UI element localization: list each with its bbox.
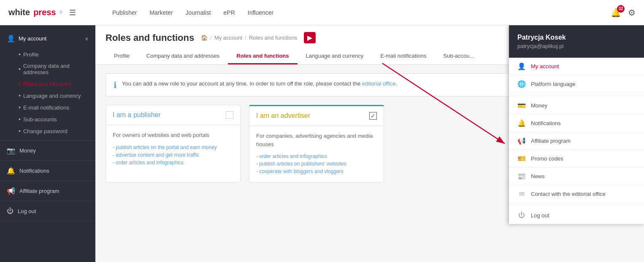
dropdown-item-money[interactable]: 💳 Money [509, 97, 644, 115]
dropdown-affiliate-label: Affiliate program [531, 138, 571, 144]
sidebar-item-subaccounts[interactable]: Sub-accounts [12, 113, 95, 125]
hamburger-icon[interactable]: ☰ [69, 8, 76, 17]
settings-gear-button[interactable]: ⚙ [628, 8, 636, 18]
notification-count-badge: 32 [617, 5, 625, 13]
nav-influencer[interactable]: Influencer [248, 9, 273, 16]
sidebar-item-change-password[interactable]: Change password [12, 125, 95, 137]
nav-publisher[interactable]: Publisher [112, 9, 137, 16]
sidebar-item-roles-functions[interactable]: Roles and functions [12, 78, 95, 90]
sidebar: 👤 My account ∨ Profile Company data and … [0, 25, 95, 262]
dropdown-username: Patrycja Kosek [517, 34, 636, 41]
user-icon: 👤 [517, 62, 526, 70]
sidebar-section-account: 👤 My account ∨ Profile Company data and … [0, 29, 95, 141]
dropdown-notifications-label: Notifications [531, 120, 561, 126]
role-publisher-feature-3: order articles and infographics [113, 160, 233, 166]
nav-epr[interactable]: ePR [224, 9, 235, 16]
role-advertiser-feature-1: order articles and infographics [256, 153, 377, 159]
role-advertiser-checkbox[interactable] [369, 112, 377, 120]
breadcrumb-sep2: / [245, 35, 246, 41]
news-icon: 📰 [517, 172, 526, 180]
breadcrumb-home-icon: 🏠 [201, 35, 208, 41]
bell-icon: 🔔 [7, 167, 15, 175]
role-advertiser-feature-2: publish articles on publishers' websites [256, 161, 377, 167]
sidebar-affiliate-label: Affiliate program [19, 188, 59, 194]
dropdown-logout-label: Log out [531, 212, 549, 219]
dropdown-item-logout[interactable]: ⏻ Log out [509, 207, 644, 224]
sidebar-item-notifications[interactable]: 🔔 Notifications [0, 161, 95, 181]
logo-white: white [8, 8, 30, 17]
promo-icon: 🎫 [517, 155, 526, 163]
breadcrumb-sep1: / [210, 35, 212, 41]
nav-marketer[interactable]: Marketer [149, 9, 173, 16]
role-advertiser-features: order articles and infographics publish … [256, 153, 377, 174]
page-title: Roles and functions [106, 32, 194, 43]
sidebar-header-account[interactable]: 👤 My account ∨ [0, 29, 95, 48]
dropdown-email: patrycja@aplikuj.pl [517, 43, 636, 49]
user-dropdown-panel: Patrycja Kosek patrycja@aplikuj.pl 👤 My … [509, 25, 644, 224]
logo: whitepress® ☰ [8, 8, 104, 17]
role-publisher-title: I am a publisher [113, 111, 161, 119]
globe-icon: 🌐 [517, 80, 526, 88]
tab-email-notifications[interactable]: E-mail notifications [372, 48, 435, 64]
role-publisher-checkbox[interactable] [226, 111, 233, 119]
sidebar-item-language[interactable]: Language and currency [12, 90, 95, 102]
tab-profile[interactable]: Profile [106, 48, 138, 64]
breadcrumb-current: Roles and functions [249, 35, 297, 41]
dropdown-item-promo[interactable]: 🎫 Promo codes [509, 150, 644, 168]
sidebar-item-company-data[interactable]: Company data and addresses [12, 60, 95, 78]
dropdown-platform-language-label: Platform language [531, 81, 576, 87]
dropdown-item-platform-language[interactable]: 🌐 Platform language [509, 75, 644, 93]
role-advertiser-title: I am an advertiser [256, 112, 310, 120]
role-advertiser-body: For companies, advertising agencies and … [249, 126, 384, 182]
sidebar-item-email-notif[interactable]: E-mail notifications [12, 102, 95, 113]
dropdown-item-news[interactable]: 📰 News [509, 168, 644, 185]
info-circle-icon: ℹ [114, 80, 117, 90]
sidebar-logout-label: Log out [18, 208, 36, 214]
dropdown-money-label: Money [531, 102, 547, 109]
logout-icon: ⏻ [7, 207, 14, 215]
sidebar-header-left: 👤 My account [7, 35, 46, 43]
notifications-bell-button[interactable]: 🔔 32 [611, 8, 621, 18]
tab-roles-functions[interactable]: Roles and functions [228, 48, 297, 64]
sidebar-money-label: Money [19, 147, 36, 154]
logo-reg: ® [60, 10, 62, 15]
role-publisher-body: For owners of websites and web portals p… [106, 125, 240, 173]
dropdown-item-notifications[interactable]: 🔔 Notifications [509, 115, 644, 132]
dropdown-contact-label: Contact with the editorial office [531, 191, 606, 197]
dropdown-item-affiliate[interactable]: 📢 Affiliate program [509, 132, 644, 150]
main-nav: Publisher Marketer Journalist ePR Influe… [104, 9, 611, 16]
dropdown-user-info: Patrycja Kosek patrycja@aplikuj.pl [509, 25, 644, 58]
affiliate-icon: 📢 [7, 187, 15, 195]
dropdown-item-contact[interactable]: ✉ Contact with the editorial office [509, 185, 644, 203]
dropdown-item-my-account[interactable]: 👤 My account [509, 58, 644, 75]
dropdown-items-list: 👤 My account 🌐 Platform language 💳 Money… [509, 58, 644, 224]
youtube-button[interactable]: ▶ [304, 32, 316, 43]
tab-company-data[interactable]: Company data and addresses [138, 48, 228, 64]
dropdown-my-account-label: My account [531, 63, 559, 70]
tab-subaccounts[interactable]: Sub-accou... [435, 48, 482, 64]
logo-press: press [33, 8, 56, 17]
dropdown-divider-1 [509, 95, 644, 95]
editorial-office-link[interactable]: editorial office [362, 80, 396, 87]
power-icon: ⏻ [517, 211, 526, 219]
sidebar-my-account-label: My account [19, 35, 46, 42]
sidebar-item-money[interactable]: 📷 Money [0, 141, 95, 161]
sidebar-item-logout[interactable]: ⏻ Log out [0, 201, 95, 221]
tab-language[interactable]: Language and currency [298, 48, 372, 64]
role-card-publisher-header: I am a publisher [106, 105, 240, 125]
nav-journalist[interactable]: Journalist [186, 9, 211, 16]
content-area: Roles and functions 🏠 / My account / Rol… [95, 25, 644, 262]
role-card-publisher: I am a publisher For owners of websites … [106, 105, 241, 182]
affiliate-icon: 📢 [517, 137, 526, 145]
sidebar-item-affiliate[interactable]: 📢 Affiliate program [0, 181, 95, 201]
chevron-down-icon: ∨ [85, 36, 89, 42]
role-advertiser-description: For companies, advertising agencies and … [256, 132, 377, 148]
sidebar-notifications-label: Notifications [19, 168, 49, 174]
role-publisher-features: publish articles on the portal and earn … [113, 144, 233, 166]
role-card-advertiser-header: I am an advertiser [249, 106, 384, 126]
sidebar-subitems-account: Profile Company data and addresses Roles… [0, 48, 95, 140]
sidebar-item-profile[interactable]: Profile [12, 48, 95, 60]
breadcrumb: 🏠 / My account / Roles and functions [201, 35, 297, 41]
breadcrumb-my-account[interactable]: My account [214, 35, 242, 41]
top-nav: whitepress® ☰ Publisher Marketer Journal… [0, 0, 644, 25]
